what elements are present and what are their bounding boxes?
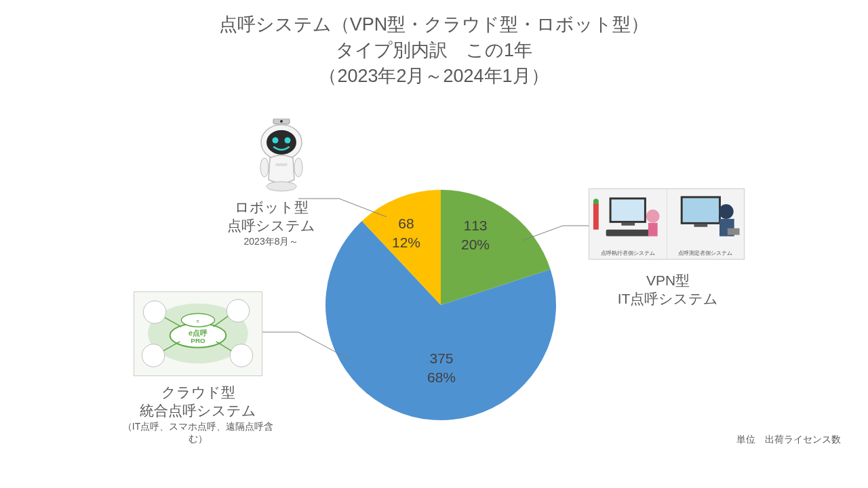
- svg-point-32: [267, 130, 296, 155]
- cloud-annotation-line2: 統合点呼システム: [117, 401, 279, 420]
- unit-label: 単位 出荷ライセンス数: [736, 434, 841, 446]
- svg-rect-2: [621, 223, 635, 226]
- robot-icon: [251, 119, 312, 193]
- svg-point-36: [260, 158, 269, 177]
- svg-rect-6: [593, 203, 599, 229]
- svg-text:e: e: [197, 319, 199, 323]
- svg-rect-5: [648, 223, 658, 237]
- svg-point-23: [142, 344, 164, 367]
- svg-point-4: [646, 209, 660, 223]
- svg-rect-1: [612, 199, 644, 221]
- svg-point-38: [267, 182, 296, 191]
- vpn-photo-right-caption: 点呼測定者側システム: [667, 249, 745, 257]
- svg-text:PRO: PRO: [191, 337, 205, 344]
- svg-point-24: [230, 344, 252, 367]
- svg-rect-35: [275, 163, 288, 166]
- vpn-annotation-line2: IT点呼システム: [607, 289, 729, 308]
- vpn-annotation: VPN型 IT点呼システム: [607, 271, 729, 308]
- cloud-annotation-line3: （IT点呼、スマホ点呼、遠隔点呼含む）: [117, 420, 279, 445]
- svg-point-11: [718, 204, 733, 219]
- cloud-annotation-line1: クラウド型: [117, 383, 279, 401]
- svg-point-7: [593, 199, 599, 204]
- vpn-photo-left: 点呼執行者側システム: [589, 189, 667, 259]
- vpn-photo-left-caption: 点呼執行者側システム: [589, 249, 667, 257]
- svg-point-34: [285, 138, 291, 144]
- svg-point-33: [273, 138, 279, 144]
- vpn-photo: 点呼執行者側システム 点呼測定者側システム: [589, 188, 745, 260]
- vpn-photo-right: 点呼測定者側システム: [667, 189, 745, 259]
- svg-rect-3: [606, 230, 650, 237]
- robot-annotation: ロボット型 点呼システム 2023年8月～: [214, 198, 329, 247]
- svg-point-30: [280, 120, 283, 123]
- svg-point-37: [294, 158, 302, 177]
- svg-rect-9: [682, 198, 718, 222]
- cloud-annotation: クラウド型 統合点呼システム （IT点呼、スマホ点呼、遠隔点呼含む）: [117, 383, 279, 445]
- svg-point-21: [143, 301, 165, 323]
- robot-annotation-line1: ロボット型: [214, 198, 329, 216]
- svg-point-22: [226, 300, 249, 322]
- vpn-annotation-line1: VPN型: [607, 271, 729, 289]
- svg-rect-10: [694, 224, 707, 227]
- cloud-photo: e点呼 PRO e: [134, 291, 262, 376]
- robot-annotation-line3: 2023年8月～: [214, 235, 329, 247]
- svg-rect-13: [727, 228, 739, 235]
- robot-annotation-line2: 点呼システム: [214, 216, 329, 235]
